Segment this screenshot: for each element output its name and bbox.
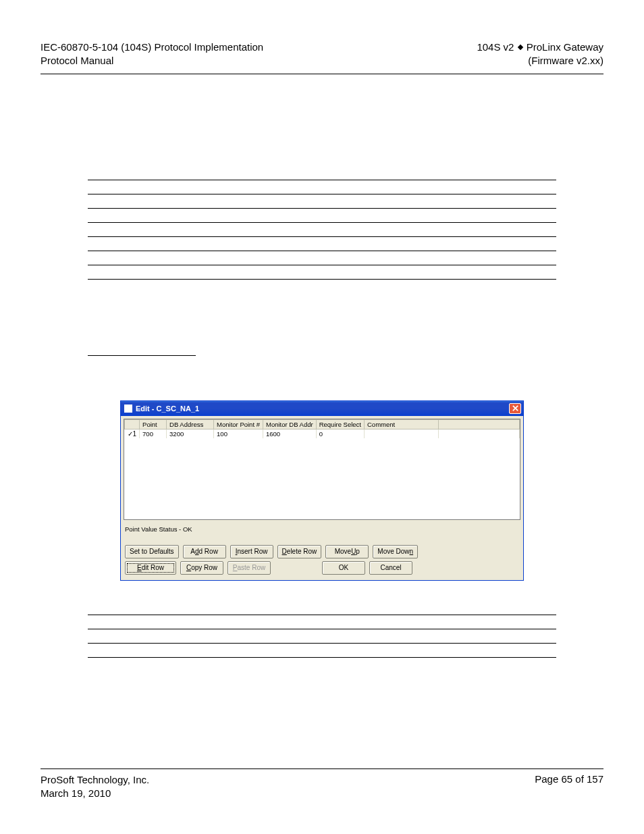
grid-cell-reqsel[interactable]: 0 — [316, 429, 364, 438]
status-text: Point Value Status - OK — [125, 525, 519, 533]
footer-page: Page 65 of 157 — [535, 773, 603, 801]
page-footer: ProSoft Technology, Inc. March 19, 2010 … — [41, 768, 603, 801]
cancel-button[interactable]: Cancel — [369, 561, 412, 575]
control-types-table — [88, 601, 556, 658]
asdu-group-table — [88, 166, 556, 280]
grid-header-row: Point DB Address Monitor Point # Monitor… — [125, 419, 520, 429]
section-rule — [88, 355, 196, 356]
dialog-screenshot: Edit - C_SC_NA_1 Point DB Address — [120, 400, 524, 581]
grid-col-mondb[interactable]: Monitor DB Addr — [263, 419, 316, 429]
header-left-line1: IEC-60870-5-104 (104S) Protocol Implemen… — [41, 41, 263, 54]
grid-cell-comment[interactable] — [364, 429, 438, 438]
header-right-line1: 104S v2 ProLinx Gateway — [477, 41, 603, 54]
edit-dialog: Edit - C_SC_NA_1 Point DB Address — [120, 400, 524, 581]
grid-col-dbaddr[interactable]: DB Address — [167, 419, 214, 429]
data-grid[interactable]: Point DB Address Monitor Point # Monitor… — [124, 419, 520, 520]
page-header: IEC-60870-5-104 (104S) Protocol Implemen… — [41, 41, 603, 74]
insert-row-button[interactable]: Insert Row — [230, 545, 273, 558]
close-icon — [512, 405, 518, 411]
grid-cell-monpt[interactable]: 100 — [214, 429, 263, 438]
edit-row-button[interactable]: Edit Row — [125, 561, 176, 575]
footer-company: ProSoft Technology, Inc. — [41, 773, 149, 787]
grid-cell-point[interactable]: 700 — [140, 429, 167, 438]
copy-row-button[interactable]: Copy Row — [180, 561, 223, 575]
grid-col-comment[interactable]: Comment — [364, 419, 438, 429]
close-button[interactable] — [509, 403, 521, 414]
grid-col-reqsel[interactable]: Require Select — [316, 419, 364, 429]
grid-col-spare[interactable] — [438, 419, 519, 429]
button-row-2: Edit Row Copy Row Paste Row OK Cancel — [125, 561, 519, 575]
header-right: 104S v2 ProLinx Gateway (Firmware v2.xx) — [477, 41, 603, 68]
dialog-titlebar[interactable]: Edit - C_SC_NA_1 — [121, 401, 523, 416]
section-heading: 3.6.8Control Data Transfer — [88, 339, 556, 353]
grid-cell-mondb[interactable]: 1600 — [263, 429, 316, 438]
header-left-line2: Protocol Manual — [41, 54, 263, 68]
button-row-1: Set to Defaults Add Row Insert Row Delet… — [125, 545, 519, 558]
dialog-title: Edit - C_SC_NA_1 — [136, 405, 199, 413]
grid-col-monpt[interactable]: Monitor Point # — [214, 419, 263, 429]
grid-data-row[interactable]: ✓1 700 3200 100 1600 0 — [125, 429, 520, 438]
paste-row-button: Paste Row — [227, 561, 271, 575]
grid-col-point[interactable]: Point — [140, 419, 167, 429]
app-icon — [124, 405, 132, 413]
section-paragraph: The control communication typically occu… — [88, 365, 556, 391]
footer-date: March 19, 2010 — [41, 787, 149, 800]
move-up-button[interactable]: Move Up — [325, 545, 369, 558]
diamond-icon — [517, 44, 522, 49]
grid-cell-dbaddr[interactable]: 3200 — [167, 429, 214, 438]
grid-col-check[interactable] — [125, 419, 140, 429]
delete-row-button[interactable]: Delete Row — [277, 545, 322, 558]
move-down-button[interactable]: Move Down — [373, 545, 418, 558]
set-defaults-button[interactable]: Set to Defaults — [125, 545, 179, 558]
ok-button[interactable]: OK — [322, 561, 365, 575]
grid-cell-check[interactable]: ✓1 — [125, 429, 140, 438]
add-row-button[interactable]: Add Row — [183, 545, 226, 558]
intro-paragraph: The following table describes the relati… — [88, 142, 556, 153]
header-left: IEC-60870-5-104 (104S) Protocol Implemen… — [41, 41, 263, 68]
header-right-line2: (Firmware v2.xx) — [477, 54, 603, 68]
